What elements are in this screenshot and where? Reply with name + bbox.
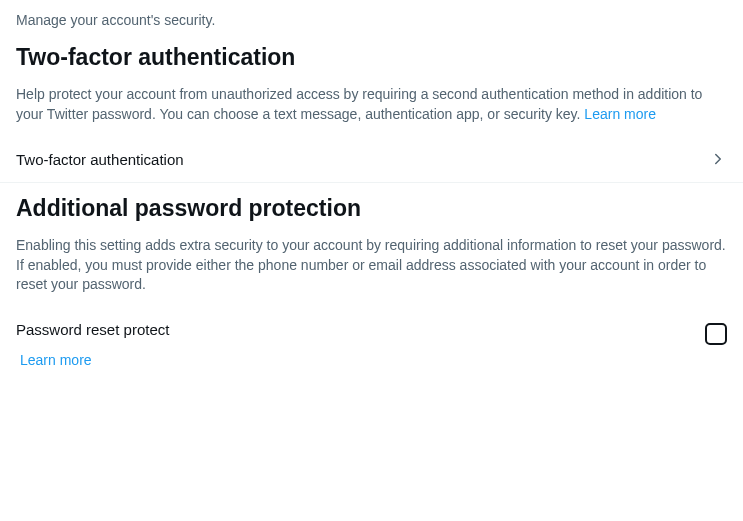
- two-factor-heading: Two-factor authentication: [0, 32, 743, 79]
- password-protect-heading: Additional password protection: [0, 183, 743, 230]
- password-reset-protect-checkbox[interactable]: [705, 323, 727, 345]
- two-factor-nav-label: Two-factor authentication: [16, 151, 184, 168]
- page-subtitle: Manage your account's security.: [0, 0, 743, 32]
- two-factor-description: Help protect your account from unauthori…: [0, 79, 743, 136]
- password-protect-description: Enabling this setting adds extra securit…: [0, 230, 743, 307]
- password-reset-protect-row: Password reset protect: [0, 307, 743, 349]
- password-reset-protect-label: Password reset protect: [16, 321, 169, 338]
- chevron-right-icon: [709, 150, 727, 168]
- password-protect-learn-more-row: Learn more: [0, 349, 743, 385]
- two-factor-learn-more-link[interactable]: Learn more: [584, 106, 656, 122]
- two-factor-nav-row[interactable]: Two-factor authentication: [0, 136, 743, 182]
- password-protect-learn-more-link[interactable]: Learn more: [20, 352, 92, 368]
